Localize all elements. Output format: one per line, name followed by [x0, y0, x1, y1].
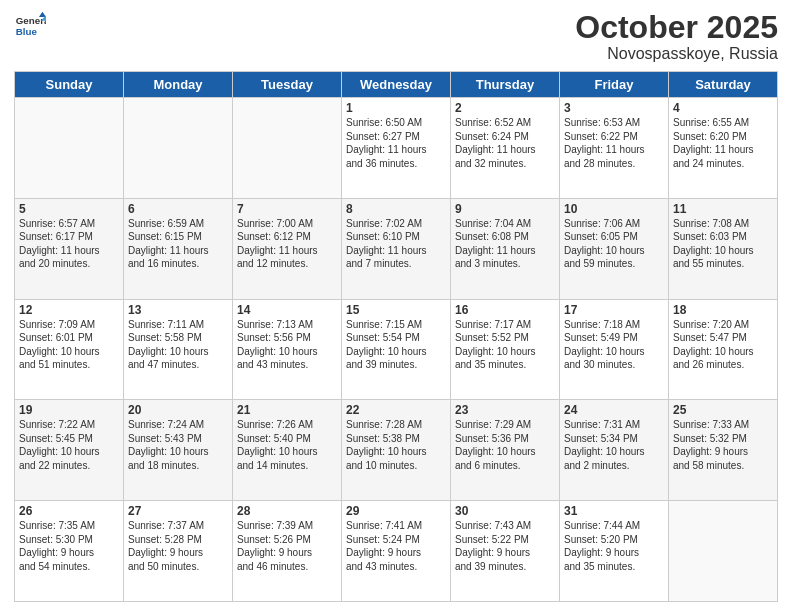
calendar-cell: 26Sunrise: 7:35 AM Sunset: 5:30 PM Dayli… — [15, 501, 124, 602]
calendar-cell: 25Sunrise: 7:33 AM Sunset: 5:32 PM Dayli… — [669, 400, 778, 501]
calendar-cell: 2Sunrise: 6:52 AM Sunset: 6:24 PM Daylig… — [451, 98, 560, 199]
day-info: Sunrise: 7:39 AM Sunset: 5:26 PM Dayligh… — [237, 519, 337, 573]
header: General Blue October 2025 Novospasskoye,… — [14, 10, 778, 63]
calendar-cell: 4Sunrise: 6:55 AM Sunset: 6:20 PM Daylig… — [669, 98, 778, 199]
week-row-4: 19Sunrise: 7:22 AM Sunset: 5:45 PM Dayli… — [15, 400, 778, 501]
day-info: Sunrise: 6:59 AM Sunset: 6:15 PM Dayligh… — [128, 217, 228, 271]
calendar-cell: 14Sunrise: 7:13 AM Sunset: 5:56 PM Dayli… — [233, 299, 342, 400]
day-number: 27 — [128, 504, 228, 518]
calendar-cell: 17Sunrise: 7:18 AM Sunset: 5:49 PM Dayli… — [560, 299, 669, 400]
day-info: Sunrise: 7:09 AM Sunset: 6:01 PM Dayligh… — [19, 318, 119, 372]
day-number: 19 — [19, 403, 119, 417]
calendar-cell: 10Sunrise: 7:06 AM Sunset: 6:05 PM Dayli… — [560, 198, 669, 299]
calendar-cell: 31Sunrise: 7:44 AM Sunset: 5:20 PM Dayli… — [560, 501, 669, 602]
day-info: Sunrise: 7:31 AM Sunset: 5:34 PM Dayligh… — [564, 418, 664, 472]
day-info: Sunrise: 6:55 AM Sunset: 6:20 PM Dayligh… — [673, 116, 773, 170]
logo-icon: General Blue — [14, 10, 46, 42]
weekday-tuesday: Tuesday — [233, 72, 342, 98]
day-number: 31 — [564, 504, 664, 518]
day-info: Sunrise: 7:24 AM Sunset: 5:43 PM Dayligh… — [128, 418, 228, 472]
day-info: Sunrise: 7:11 AM Sunset: 5:58 PM Dayligh… — [128, 318, 228, 372]
calendar-table: SundayMondayTuesdayWednesdayThursdayFrid… — [14, 71, 778, 602]
day-info: Sunrise: 7:28 AM Sunset: 5:38 PM Dayligh… — [346, 418, 446, 472]
day-info: Sunrise: 7:00 AM Sunset: 6:12 PM Dayligh… — [237, 217, 337, 271]
day-info: Sunrise: 7:15 AM Sunset: 5:54 PM Dayligh… — [346, 318, 446, 372]
day-info: Sunrise: 7:02 AM Sunset: 6:10 PM Dayligh… — [346, 217, 446, 271]
calendar-cell — [15, 98, 124, 199]
day-info: Sunrise: 7:04 AM Sunset: 6:08 PM Dayligh… — [455, 217, 555, 271]
day-info: Sunrise: 7:44 AM Sunset: 5:20 PM Dayligh… — [564, 519, 664, 573]
location: Novospasskoye, Russia — [575, 45, 778, 63]
day-info: Sunrise: 7:41 AM Sunset: 5:24 PM Dayligh… — [346, 519, 446, 573]
month-title: October 2025 — [575, 10, 778, 45]
day-number: 29 — [346, 504, 446, 518]
day-number: 8 — [346, 202, 446, 216]
day-info: Sunrise: 7:29 AM Sunset: 5:36 PM Dayligh… — [455, 418, 555, 472]
calendar-cell: 16Sunrise: 7:17 AM Sunset: 5:52 PM Dayli… — [451, 299, 560, 400]
day-number: 6 — [128, 202, 228, 216]
calendar-cell: 18Sunrise: 7:20 AM Sunset: 5:47 PM Dayli… — [669, 299, 778, 400]
calendar-cell: 5Sunrise: 6:57 AM Sunset: 6:17 PM Daylig… — [15, 198, 124, 299]
day-number: 25 — [673, 403, 773, 417]
day-info: Sunrise: 7:37 AM Sunset: 5:28 PM Dayligh… — [128, 519, 228, 573]
week-row-1: 1Sunrise: 6:50 AM Sunset: 6:27 PM Daylig… — [15, 98, 778, 199]
calendar-cell: 3Sunrise: 6:53 AM Sunset: 6:22 PM Daylig… — [560, 98, 669, 199]
day-number: 21 — [237, 403, 337, 417]
calendar-cell: 6Sunrise: 6:59 AM Sunset: 6:15 PM Daylig… — [124, 198, 233, 299]
weekday-saturday: Saturday — [669, 72, 778, 98]
day-number: 30 — [455, 504, 555, 518]
calendar-cell: 8Sunrise: 7:02 AM Sunset: 6:10 PM Daylig… — [342, 198, 451, 299]
day-info: Sunrise: 7:26 AM Sunset: 5:40 PM Dayligh… — [237, 418, 337, 472]
day-info: Sunrise: 7:35 AM Sunset: 5:30 PM Dayligh… — [19, 519, 119, 573]
weekday-friday: Friday — [560, 72, 669, 98]
calendar-cell — [124, 98, 233, 199]
day-number: 4 — [673, 101, 773, 115]
day-info: Sunrise: 7:18 AM Sunset: 5:49 PM Dayligh… — [564, 318, 664, 372]
weekday-monday: Monday — [124, 72, 233, 98]
day-info: Sunrise: 7:33 AM Sunset: 5:32 PM Dayligh… — [673, 418, 773, 472]
calendar-cell — [669, 501, 778, 602]
day-number: 26 — [19, 504, 119, 518]
day-info: Sunrise: 7:17 AM Sunset: 5:52 PM Dayligh… — [455, 318, 555, 372]
day-number: 12 — [19, 303, 119, 317]
calendar-cell: 13Sunrise: 7:11 AM Sunset: 5:58 PM Dayli… — [124, 299, 233, 400]
day-number: 5 — [19, 202, 119, 216]
day-number: 22 — [346, 403, 446, 417]
day-number: 14 — [237, 303, 337, 317]
day-number: 1 — [346, 101, 446, 115]
calendar-cell: 7Sunrise: 7:00 AM Sunset: 6:12 PM Daylig… — [233, 198, 342, 299]
day-number: 2 — [455, 101, 555, 115]
weekday-thursday: Thursday — [451, 72, 560, 98]
day-number: 28 — [237, 504, 337, 518]
calendar-cell: 23Sunrise: 7:29 AM Sunset: 5:36 PM Dayli… — [451, 400, 560, 501]
title-block: October 2025 Novospasskoye, Russia — [575, 10, 778, 63]
day-info: Sunrise: 7:13 AM Sunset: 5:56 PM Dayligh… — [237, 318, 337, 372]
calendar-cell: 12Sunrise: 7:09 AM Sunset: 6:01 PM Dayli… — [15, 299, 124, 400]
day-number: 10 — [564, 202, 664, 216]
logo: General Blue — [14, 10, 46, 42]
day-info: Sunrise: 6:50 AM Sunset: 6:27 PM Dayligh… — [346, 116, 446, 170]
day-number: 18 — [673, 303, 773, 317]
weekday-header-row: SundayMondayTuesdayWednesdayThursdayFrid… — [15, 72, 778, 98]
day-number: 24 — [564, 403, 664, 417]
day-info: Sunrise: 7:20 AM Sunset: 5:47 PM Dayligh… — [673, 318, 773, 372]
day-info: Sunrise: 7:08 AM Sunset: 6:03 PM Dayligh… — [673, 217, 773, 271]
day-number: 23 — [455, 403, 555, 417]
weekday-sunday: Sunday — [15, 72, 124, 98]
calendar-cell: 20Sunrise: 7:24 AM Sunset: 5:43 PM Dayli… — [124, 400, 233, 501]
svg-text:Blue: Blue — [16, 26, 38, 37]
page: General Blue October 2025 Novospasskoye,… — [0, 0, 792, 612]
calendar-cell: 11Sunrise: 7:08 AM Sunset: 6:03 PM Dayli… — [669, 198, 778, 299]
day-number: 17 — [564, 303, 664, 317]
day-info: Sunrise: 6:57 AM Sunset: 6:17 PM Dayligh… — [19, 217, 119, 271]
day-number: 9 — [455, 202, 555, 216]
day-number: 11 — [673, 202, 773, 216]
calendar-cell: 15Sunrise: 7:15 AM Sunset: 5:54 PM Dayli… — [342, 299, 451, 400]
calendar-cell — [233, 98, 342, 199]
calendar-cell: 9Sunrise: 7:04 AM Sunset: 6:08 PM Daylig… — [451, 198, 560, 299]
day-number: 13 — [128, 303, 228, 317]
calendar-cell: 21Sunrise: 7:26 AM Sunset: 5:40 PM Dayli… — [233, 400, 342, 501]
day-info: Sunrise: 6:52 AM Sunset: 6:24 PM Dayligh… — [455, 116, 555, 170]
calendar-cell: 1Sunrise: 6:50 AM Sunset: 6:27 PM Daylig… — [342, 98, 451, 199]
day-info: Sunrise: 6:53 AM Sunset: 6:22 PM Dayligh… — [564, 116, 664, 170]
